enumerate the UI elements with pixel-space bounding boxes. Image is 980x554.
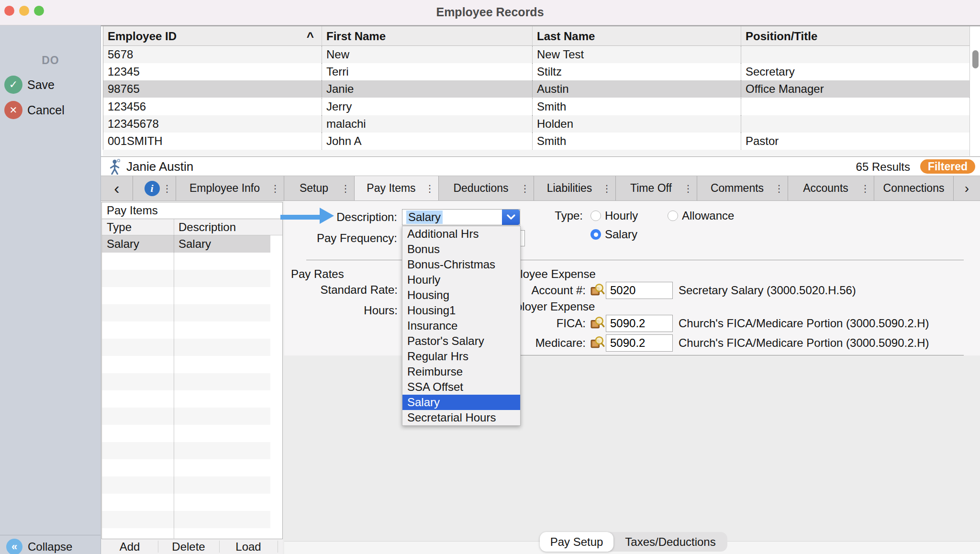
dropdown-option[interactable]: Housing1 — [402, 303, 520, 318]
dropdown-option[interactable]: Secretarial Hours — [402, 410, 520, 425]
list-scrollbar-track[interactable] — [270, 235, 282, 538]
tabs-scroll-right-button[interactable]: › — [954, 176, 980, 200]
cancel-button[interactable]: ✕ Cancel — [4, 101, 100, 119]
tab-pay-setup-selected[interactable]: Pay Setup — [540, 532, 613, 552]
pay-items-list: Type Description Salary Salary — [101, 219, 283, 539]
cancel-x-icon: ✕ — [4, 101, 22, 119]
tab-info[interactable]: i ⋮ — [133, 176, 176, 200]
dropdown-option[interactable]: Bonus-Christmas — [402, 257, 520, 272]
dropdown-option[interactable]: Regular Hrs — [402, 349, 520, 364]
account-number-input[interactable] — [606, 282, 673, 299]
tab-comments[interactable]: Comments⋮ — [697, 176, 788, 200]
empty-list-row[interactable] — [102, 321, 270, 339]
load-button[interactable]: Load — [219, 539, 278, 554]
pay-items-list-header: Type Description — [102, 219, 282, 235]
add-button[interactable]: Add — [101, 539, 158, 554]
tab-taxes-deductions[interactable]: Taxes/Deductions — [613, 532, 727, 552]
table-row[interactable]: 5678 New New Test — [103, 46, 970, 63]
empty-list-row[interactable] — [102, 270, 270, 287]
tab-menu-icon[interactable]: ⋮ — [341, 183, 350, 194]
tab-menu-icon[interactable]: ⋮ — [774, 183, 784, 194]
chevron-down-icon — [507, 214, 515, 220]
fica-lookup-icon[interactable] — [590, 315, 605, 331]
tab-menu-icon[interactable]: ⋮ — [683, 183, 693, 194]
empty-list-row[interactable] — [102, 339, 270, 356]
tab-connections[interactable]: Connections — [874, 176, 954, 200]
medicare-lookup-icon[interactable] — [590, 335, 605, 350]
table-scrollbar-thumb[interactable] — [972, 50, 979, 68]
empty-list-row[interactable] — [102, 494, 270, 511]
action-sidebar: DO ✓ Save ✕ Cancel « Collapse — [0, 25, 101, 554]
combobox-dropdown-button[interactable] — [502, 210, 520, 225]
table-row[interactable]: 001SMITH John A Smith Pastor — [103, 133, 970, 150]
type-allowance-radio[interactable] — [668, 211, 678, 221]
employee-table: Employee ID ^ First Name Last Name Posit… — [103, 26, 969, 150]
tab-liabilities[interactable]: Liabilities⋮ — [534, 176, 616, 200]
tab-menu-icon[interactable]: ⋮ — [520, 183, 530, 194]
empty-list-row[interactable] — [102, 408, 270, 425]
tab-setup[interactable]: Setup⋮ — [284, 176, 355, 200]
column-header-type[interactable]: Type — [107, 219, 169, 235]
cell-first-name: New — [322, 46, 533, 63]
column-header-last-name[interactable]: Last Name — [533, 26, 741, 46]
dropdown-option[interactable]: Hourly — [402, 272, 520, 288]
empty-list-row[interactable] — [102, 442, 270, 459]
empty-list-row[interactable] — [102, 287, 270, 304]
empty-list-row[interactable] — [102, 528, 270, 539]
empty-list-row[interactable] — [102, 373, 270, 390]
tab-time-off[interactable]: Time Off⋮ — [616, 176, 697, 200]
dropdown-option[interactable]: Reimburse — [402, 364, 520, 379]
empty-list-row[interactable] — [102, 390, 270, 408]
collapse-button[interactable]: « Collapse — [6, 539, 97, 554]
info-icon: i — [145, 181, 160, 196]
table-row[interactable]: 123456 Jerry Smith — [103, 98, 970, 115]
column-header-description[interactable]: Description — [178, 219, 274, 235]
column-separator — [174, 235, 174, 538]
tab-menu-icon[interactable]: ⋮ — [602, 183, 612, 194]
type-salary-radio-selected[interactable] — [590, 229, 601, 240]
tab-employee-info[interactable]: Employee Info⋮ — [176, 176, 284, 200]
tab-menu-icon[interactable]: ⋮ — [860, 183, 870, 194]
description-value: Salary — [406, 211, 443, 224]
tab-pay-items-selected[interactable]: Pay Items⋮ — [355, 176, 439, 200]
dropdown-option[interactable]: Additional Hrs — [402, 226, 520, 242]
empty-list-row[interactable] — [102, 356, 270, 373]
dropdown-option[interactable]: Pastor's Salary — [402, 333, 520, 349]
employee-name: Janie Austin — [126, 159, 327, 174]
table-scrollbar-track[interactable] — [969, 26, 980, 156]
button-separator — [278, 541, 278, 553]
column-header-employee-id[interactable]: Employee ID ^ — [103, 26, 322, 46]
column-header-first-name[interactable]: First Name — [322, 26, 533, 46]
empty-list-row[interactable] — [102, 304, 270, 321]
account-lookup-icon[interactable] — [590, 282, 605, 298]
dropdown-option[interactable]: Bonus — [402, 242, 520, 257]
tab-deductions[interactable]: Deductions⋮ — [439, 176, 534, 200]
empty-list-row[interactable] — [102, 253, 270, 270]
table-row[interactable]: 12345678 malachi Holden — [103, 115, 970, 133]
dropdown-option[interactable]: Insurance — [402, 318, 520, 333]
dropdown-option[interactable]: Housing — [402, 288, 520, 303]
pay-item-row-selected[interactable]: Salary Salary — [102, 235, 270, 253]
column-header-position-title[interactable]: Position/Title — [741, 26, 970, 46]
dropdown-option[interactable]: SSA Offset — [402, 379, 520, 395]
table-row-selected[interactable]: 98765 Janie Austin Office Manager — [103, 80, 970, 98]
sort-ascending-icon: ^ — [307, 27, 314, 46]
empty-list-row[interactable] — [102, 476, 270, 494]
empty-list-row[interactable] — [102, 425, 270, 442]
dropdown-option-selected[interactable]: Salary — [402, 395, 520, 410]
fica-account-input[interactable] — [606, 315, 673, 332]
filtered-badge[interactable]: Filtered — [920, 159, 975, 174]
type-hourly-radio[interactable] — [590, 211, 601, 221]
tab-menu-icon[interactable]: ⋮ — [270, 183, 280, 194]
description-combobox[interactable]: Salary — [402, 209, 520, 225]
table-row[interactable]: 12345 Terri Stiltz Secretary — [103, 63, 970, 80]
tab-accounts[interactable]: Accounts⋮ — [788, 176, 874, 200]
tab-menu-icon[interactable]: ⋮ — [162, 183, 172, 194]
empty-list-row[interactable] — [102, 459, 270, 476]
tab-menu-icon[interactable]: ⋮ — [425, 183, 434, 194]
tabs-scroll-left-button[interactable]: ‹ — [101, 176, 133, 200]
delete-button[interactable]: Delete — [158, 539, 219, 554]
empty-list-row[interactable] — [102, 511, 270, 528]
medicare-account-input[interactable] — [606, 334, 673, 352]
save-button[interactable]: ✓ Save — [4, 76, 100, 94]
